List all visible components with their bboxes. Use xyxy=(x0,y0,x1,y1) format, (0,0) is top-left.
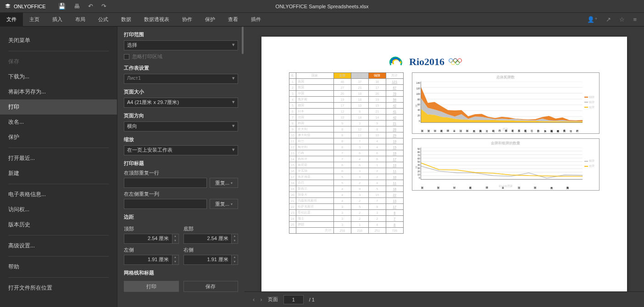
save-icon[interactable]: 💾 xyxy=(58,3,66,10)
scrollbar[interactable] xyxy=(242,27,244,54)
download-as[interactable]: 下载为... xyxy=(8,69,109,84)
ignore-print-area-label: 忽略打印区域 xyxy=(132,53,162,60)
sheet-settings-label: 工作表设置 xyxy=(124,65,238,71)
gridlines-label: 网格线和标题 xyxy=(124,269,238,276)
menu-tab-4[interactable]: 公式 xyxy=(92,13,115,27)
table-row: 5德国17101542 xyxy=(289,103,404,109)
page-number-input[interactable] xyxy=(283,295,304,304)
menu-tab-10[interactable]: 插件 xyxy=(244,13,267,27)
menu-tab-9[interactable]: 查看 xyxy=(222,13,244,27)
margin-left-label: 左侧 xyxy=(124,247,179,253)
table-row: 20加拿大431522 xyxy=(289,192,404,198)
margin-right-stepper[interactable]: ▲▼ xyxy=(232,255,238,265)
chart-total-medals: 总体奖牌数 数量 140120100806040200美国英国中国俄罗斯德国日本… xyxy=(412,72,600,134)
advanced-settings[interactable]: 高级设置... xyxy=(8,238,109,253)
menu-tab-3[interactable]: 布局 xyxy=(69,13,92,27)
rename[interactable]: 改名... xyxy=(8,115,109,130)
margin-right-input[interactable]: 1.91 厘米 xyxy=(183,255,232,265)
scaling-select[interactable]: 在一页上安装工作表 xyxy=(124,145,238,155)
table-row: 22哈萨克斯坦35917 xyxy=(289,204,404,210)
print-icon[interactable]: 🖶 xyxy=(74,3,80,10)
table-row: 14西班牙74617 xyxy=(289,156,404,162)
table-row: 23哥伦比亚3238 xyxy=(289,210,404,216)
close-menu[interactable]: 关闭菜单 xyxy=(8,33,109,48)
new[interactable]: 新建 xyxy=(8,166,109,181)
print-preview: Rio2016 名国家金牌银牌铜牌共计1美国4637381212英国272317… xyxy=(244,27,644,291)
margin-left-input[interactable]: 1.91 厘米 xyxy=(124,255,172,265)
table-row: 15肯尼亚66113 xyxy=(289,162,404,168)
share-icon[interactable]: 👤⁺ xyxy=(587,16,598,23)
repeat-row-label: 在顶部重复一行 xyxy=(124,170,238,176)
save: 保存 xyxy=(8,54,109,69)
margin-left-stepper[interactable]: ▲▼ xyxy=(172,255,179,265)
margins-label: 边距 xyxy=(124,214,238,220)
repeat-col-button[interactable]: 重复... xyxy=(210,199,238,209)
open-location-icon[interactable]: ↗ xyxy=(606,16,611,23)
print-range-label: 打印范围 xyxy=(124,31,238,38)
spreadsheet-info[interactable]: 电子表格信息... xyxy=(8,187,109,202)
document-title: ONLYOFFICE Sample Spreadsheets.xlsx xyxy=(276,4,369,9)
margin-right-label: 右侧 xyxy=(183,247,239,253)
table-row: 19新西兰49518 xyxy=(289,186,404,192)
table-row: 17克罗地亚53210 xyxy=(289,174,404,180)
svg-point-5 xyxy=(451,61,455,65)
print-button[interactable]: 打印 xyxy=(124,281,179,292)
menu-tab-5[interactable]: 数据 xyxy=(115,13,138,27)
menu-tab-1[interactable]: 主页 xyxy=(23,13,46,27)
table-row: 16牙买加63211 xyxy=(289,168,404,174)
margin-bottom-input[interactable]: 2.54 厘米 xyxy=(183,234,232,244)
margin-top-label: 顶部 xyxy=(124,225,179,232)
table-row: 9意大利812828 xyxy=(289,126,404,132)
menu-icon[interactable]: ≡ xyxy=(633,16,637,23)
help[interactable]: 帮助 xyxy=(8,259,109,274)
menu-tab-6[interactable]: 数据透视表 xyxy=(138,13,176,27)
table-row: 13巴西76619 xyxy=(289,150,404,156)
page-size-select[interactable]: A4 (21厘米 x 29.7厘米) xyxy=(124,98,238,108)
access-rights[interactable]: 访问权... xyxy=(8,202,109,217)
next-page-icon[interactable]: › xyxy=(260,296,262,303)
sheet-select[interactable]: Лист1 xyxy=(124,74,238,84)
table-row: 8韩国93921 xyxy=(289,121,404,126)
table-row: 11荷兰87419 xyxy=(289,138,404,144)
table-row: 1美国463738121 xyxy=(289,79,404,85)
margin-top-stepper[interactable]: ▲▼ xyxy=(172,234,179,244)
menu-tab-0[interactable]: 文件 xyxy=(0,13,23,27)
favorite-icon[interactable]: ☆ xyxy=(619,16,625,23)
version-history[interactable]: 版本历史 xyxy=(8,217,109,232)
margin-bottom-stepper[interactable]: ▲▼ xyxy=(232,234,238,244)
margin-bottom-label: 底部 xyxy=(183,225,239,232)
orientation-label: 页面方向 xyxy=(124,112,238,119)
print-range-select[interactable]: 选择 xyxy=(124,40,238,50)
menu-tab-2[interactable]: 插入 xyxy=(46,13,69,27)
repeat-row-button[interactable]: 重复... xyxy=(210,178,238,188)
rio-title: Rio2016 xyxy=(409,56,444,68)
save-button[interactable]: 保存 xyxy=(183,281,239,292)
print-menu-item[interactable]: 打印 xyxy=(0,99,117,115)
table-row: 12匈牙利83415 xyxy=(289,144,404,150)
app-logo: ONLYOFFICE xyxy=(5,3,45,10)
table-row: 21乌兹别克斯坦42713 xyxy=(289,198,404,204)
menu-bar: 文件主页插入布局公式数据数据透视表协作保护查看插件 👤⁺ ↗ ☆ ≡ xyxy=(0,13,644,27)
orientation-select[interactable]: 横向 xyxy=(124,121,238,132)
open-recent[interactable]: 打开最近... xyxy=(8,151,109,166)
open-file-location[interactable]: 打开文件所在位置 xyxy=(8,280,109,296)
prev-page-icon[interactable]: ‹ xyxy=(253,296,255,303)
table-row: 10澳大利亚8111029 xyxy=(289,132,404,138)
protect[interactable]: 保护 xyxy=(8,130,109,145)
undo-icon[interactable]: ↶ xyxy=(88,3,93,10)
menu-tab-8[interactable]: 保护 xyxy=(199,13,222,27)
repeat-col-label: 在左侧重复一列 xyxy=(124,191,238,197)
repeat-row-input[interactable] xyxy=(124,178,207,188)
repeat-col-input[interactable] xyxy=(124,199,207,209)
table-row: 25伊朗3148 xyxy=(289,222,404,228)
table-row: 6日本1282141 xyxy=(289,109,404,115)
redo-icon[interactable]: ↷ xyxy=(101,3,106,10)
table-row: 2英国27231767 xyxy=(289,85,404,91)
page-total: / 1 xyxy=(309,297,315,302)
margin-top-input[interactable]: 2.54 厘米 xyxy=(124,234,172,244)
ignore-print-area-checkbox[interactable] xyxy=(124,54,129,60)
page-size-label: 页面大小 xyxy=(124,88,238,95)
menu-tab-7[interactable]: 协作 xyxy=(176,13,199,27)
rio-logo-icon xyxy=(387,55,405,69)
save-copy-as[interactable]: 将副本另存为... xyxy=(8,84,109,99)
